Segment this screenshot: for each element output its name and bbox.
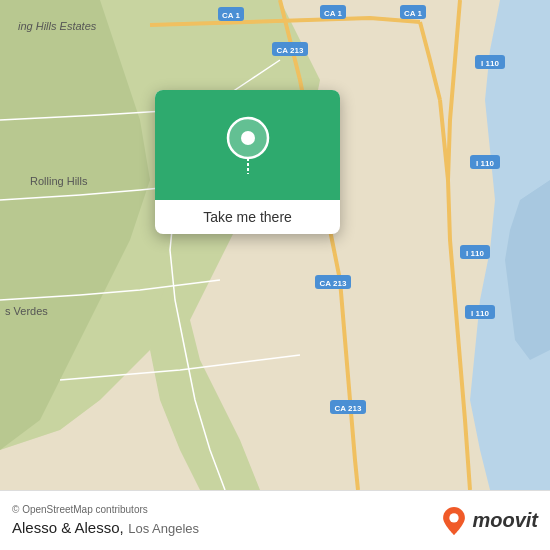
svg-text:CA 1: CA 1 [222, 11, 240, 20]
osm-credit: © OpenStreetMap contributors [12, 504, 440, 515]
svg-text:ing Hills Estates: ing Hills Estates [18, 20, 97, 32]
svg-text:I 110: I 110 [476, 159, 494, 168]
popup-button-section: Take me there [155, 200, 340, 234]
location-name: Alesso & Alesso, [12, 519, 124, 536]
svg-text:I 110: I 110 [466, 249, 484, 258]
moovit-text: moovit [472, 509, 538, 532]
svg-text:s Verdes: s Verdes [5, 305, 48, 317]
location-pin-icon [224, 116, 272, 174]
location-info: Alesso & Alesso, Los Angeles [12, 519, 440, 537]
svg-text:CA 213: CA 213 [320, 279, 347, 288]
svg-text:CA 213: CA 213 [277, 46, 304, 55]
svg-point-27 [450, 513, 459, 522]
svg-text:CA 213: CA 213 [335, 404, 362, 413]
popup-map-section [155, 90, 340, 200]
moovit-logo: moovit [440, 507, 538, 535]
location-city: Los Angeles [128, 521, 199, 536]
svg-text:CA 1: CA 1 [324, 9, 342, 18]
map-container: CA 1 CA 1 CA 1 CA 213 CA 213 CA 213 I 11… [0, 0, 550, 490]
bottom-left-info: © OpenStreetMap contributors Alesso & Al… [12, 504, 440, 537]
svg-point-26 [241, 131, 255, 145]
svg-text:CA 1: CA 1 [404, 9, 422, 18]
bottom-bar: © OpenStreetMap contributors Alesso & Al… [0, 490, 550, 550]
svg-text:Rolling Hills: Rolling Hills [30, 175, 88, 187]
svg-text:I 110: I 110 [481, 59, 499, 68]
take-me-there-button[interactable]: Take me there [167, 209, 328, 225]
svg-text:I 110: I 110 [471, 309, 489, 318]
popup-card: Take me there [155, 90, 340, 234]
moovit-pin-icon [440, 507, 468, 535]
